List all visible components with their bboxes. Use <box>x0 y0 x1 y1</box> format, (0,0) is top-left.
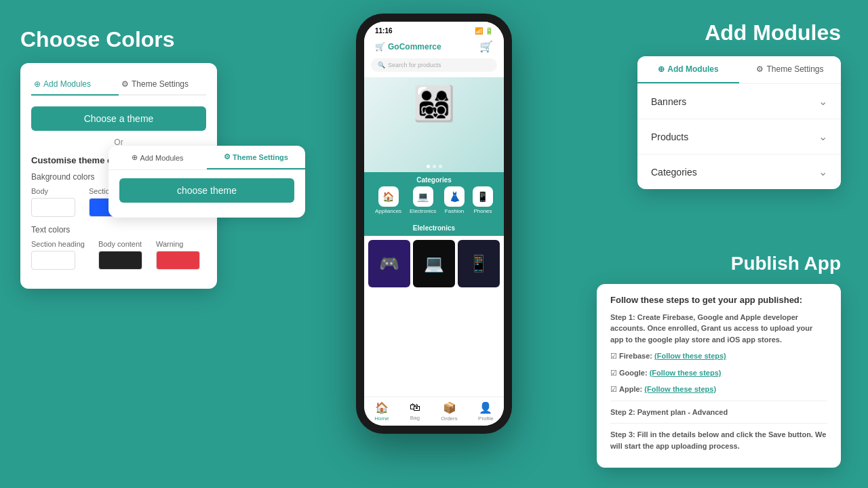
body-content-label: Body content <box>98 240 142 248</box>
phone-logo: 🛒 GoCommerce <box>375 42 441 52</box>
nav-bag[interactable]: 🛍 Bag <box>410 401 420 422</box>
phone-search[interactable]: 🔍 Search for products <box>371 58 497 72</box>
body-label: Body <box>31 187 75 195</box>
product-card-2[interactable]: 💻 <box>413 240 455 287</box>
google-link[interactable]: (Follow these steps) <box>650 369 722 377</box>
nav-orders[interactable]: 📦 Orders <box>441 401 457 422</box>
orders-nav-icon: 📦 <box>443 401 456 414</box>
products-label: Products <box>651 131 688 142</box>
phone-header: 🛒 GoCommerce 🛒 <box>364 37 504 58</box>
category-appliances[interactable]: 🏠 Appliances <box>375 186 401 214</box>
text-section-swatch[interactable] <box>31 251 75 270</box>
phone-status-bar: 11:16 📶 🔋 <box>364 22 504 37</box>
fashion-label: Fashion <box>445 208 464 214</box>
publish-divider-2 <box>610 423 827 424</box>
google-label: Google: <box>619 369 648 377</box>
publish-google: ☑ Google: (Follow these steps) <box>610 367 827 379</box>
left-tab-theme-settings[interactable]: ⚙ Theme Settings <box>119 74 206 94</box>
overlay-tab-add-modules[interactable]: ⊕ Add Modules <box>108 146 207 169</box>
publish-heading: Follow these steps to get your app publi… <box>610 295 827 305</box>
modules-tab-theme[interactable]: ⚙ Theme Settings <box>739 56 841 83</box>
apple-label: Apple: <box>619 385 642 393</box>
categories-grid: 🏠 Appliances 💻 Electronics 👗 Fashion <box>371 186 497 214</box>
category-phones[interactable]: 📱 Phones <box>473 186 493 214</box>
left-tab-add-modules[interactable]: ⊕ Add Modules <box>31 74 119 96</box>
publish-apple: ☑ Apple: (Follow these steps) <box>610 384 827 395</box>
settings-icon: ⚙ <box>121 79 129 89</box>
hero-dot-3 <box>439 165 442 168</box>
hero-dots <box>427 165 442 168</box>
text-section-label: Section heading <box>31 240 85 248</box>
firebase-link[interactable]: (Follow these steps) <box>654 352 726 360</box>
category-fashion[interactable]: 👗 Fashion <box>444 186 465 214</box>
modules-settings-icon: ⚙ <box>756 64 764 74</box>
category-electronics[interactable]: 💻 Electronics <box>410 186 436 214</box>
module-products[interactable]: Products ⌄ <box>637 119 841 155</box>
module-categories[interactable]: Categories ⌄ <box>637 155 841 189</box>
text-color-row: Section heading Body content Warning <box>31 240 206 270</box>
warning-swatch[interactable] <box>156 251 200 270</box>
firebase-label: Firebase: <box>619 352 652 360</box>
phone-time: 11:16 <box>375 27 393 35</box>
overlay-add-icon: ⊕ <box>132 153 138 162</box>
home-nav-label: Home <box>374 415 389 422</box>
phone-mockup: 11:16 📶 🔋 🛒 GoCommerce 🛒 🔍 Search for pr… <box>356 14 512 434</box>
module-banners[interactable]: Banners ⌄ <box>637 84 841 119</box>
phone-hero-banner: 👨‍👩‍👧‍👦 <box>364 77 504 172</box>
overlay-choose-theme-button[interactable]: choose theme <box>119 178 294 203</box>
apple-link[interactable]: (Follow these steps) <box>644 385 716 393</box>
step1-text: Create Firebase, Google and Apple develo… <box>610 313 812 344</box>
warning-label: Warning <box>156 240 200 248</box>
warning-item: Warning <box>156 240 200 270</box>
body-content-swatch[interactable] <box>98 251 142 270</box>
publish-title: Publish App <box>597 253 841 274</box>
overlay-tab-theme-settings[interactable]: ⚙ Theme Settings <box>207 146 305 169</box>
app-name: GoCommerce <box>388 42 441 52</box>
modules-tabs: ⊕ Add Modules ⚙ Theme Settings <box>637 56 841 84</box>
publish-firebase: ☑ Firebase: (Follow these steps) <box>610 350 827 362</box>
cart-icon[interactable]: 🛒 <box>479 40 493 53</box>
orders-nav-label: Orders <box>441 415 457 422</box>
banners-chevron: ⌄ <box>818 95 827 108</box>
hero-dot-2 <box>433 165 436 168</box>
hero-image: 👨‍👩‍👧‍👦 <box>413 84 455 123</box>
add-modules-title: Add Modules <box>637 20 841 45</box>
modules-add-icon: ⊕ <box>658 64 665 74</box>
products-chevron: ⌄ <box>818 130 827 143</box>
categories-label: Categories <box>371 176 497 184</box>
nav-home[interactable]: 🏠 Home <box>374 401 389 422</box>
nav-profile[interactable]: 👤 Profile <box>478 401 494 422</box>
publish-panel: Follow these steps to get your app publi… <box>597 284 841 468</box>
overlay-tabs: ⊕ Add Modules ⚙ Theme Settings <box>108 146 305 170</box>
electronics-icon: 💻 <box>413 186 433 207</box>
step2-title: Step 2: <box>610 408 635 416</box>
left-panel-tabs: ⊕ Add Modules ⚙ Theme Settings <box>31 74 206 96</box>
logo-icon: 🛒 <box>375 42 385 52</box>
publish-section: Publish App Follow these steps to get yo… <box>597 253 841 468</box>
phones-icon: 📱 <box>473 186 493 207</box>
publish-divider <box>610 401 827 401</box>
home-nav-icon: 🏠 <box>375 401 389 414</box>
add-modules-section: Add Modules ⊕ Add Modules ⚙ Theme Settin… <box>637 20 841 189</box>
choose-theme-button[interactable]: Choose a theme <box>31 106 206 131</box>
categories-label-panel: Categories <box>651 167 697 178</box>
text-section-heading-item: Section heading <box>31 240 85 270</box>
body-color-swatch[interactable] <box>31 198 75 217</box>
modules-tab-add[interactable]: ⊕ Add Modules <box>637 56 739 83</box>
phone-navigation: 🏠 Home 🛍 Bag 📦 Orders 👤 Profile <box>364 396 504 426</box>
body-content-item: Body content <box>98 240 142 270</box>
phones-label: Phones <box>473 208 492 214</box>
hero-dot-1 <box>427 165 430 168</box>
body-color-item: Body <box>31 187 75 217</box>
electronics-section: Elelectronics <box>364 218 504 236</box>
search-placeholder: Search for products <box>388 62 441 68</box>
products-strip: 🎮 💻 📱 <box>364 236 504 291</box>
publish-step3: Step 3: Fill in the details below and cl… <box>610 429 827 451</box>
product-card-1[interactable]: 🎮 <box>368 240 410 287</box>
publish-step1: Step 1: Create Firebase, Google and Appl… <box>610 312 827 346</box>
electronics-label: Electronics <box>410 208 436 214</box>
fashion-icon: 👗 <box>444 186 465 207</box>
bag-nav-label: Bag <box>410 415 420 421</box>
search-icon: 🔍 <box>378 62 385 68</box>
product-card-3[interactable]: 📱 <box>458 240 500 287</box>
